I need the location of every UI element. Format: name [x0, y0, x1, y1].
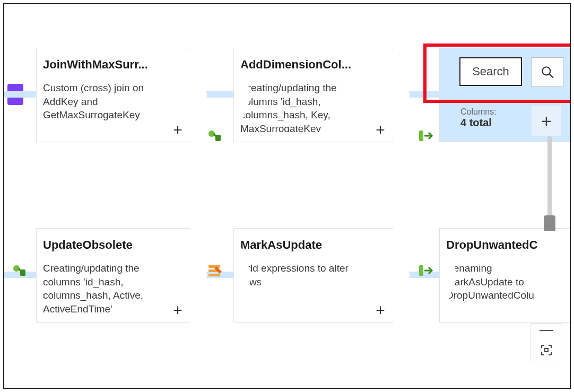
search-button[interactable]	[532, 57, 563, 87]
svg-rect-10	[419, 265, 423, 276]
node-title: MarkAsUpdate	[240, 238, 369, 252]
columns-count: 4 total	[460, 117, 497, 129]
flow-row-2: UpdateObsolete Creating/updating the col…	[4, 228, 570, 323]
select-icon	[417, 262, 436, 281]
svg-rect-11	[545, 349, 548, 352]
node-description: Creating/updating the columns 'id_hash, …	[43, 262, 166, 312]
svg-line-4	[549, 74, 553, 78]
columns-summary: Columns: 4 total	[460, 107, 497, 129]
derived-column-icon	[12, 262, 31, 281]
node-description: Add expressions to alter rows	[240, 262, 369, 289]
node-title: DropUnwantedC	[446, 238, 553, 252]
node-description: Creating/updating the columns 'id_hash, …	[240, 81, 369, 132]
node-description: Custom (cross) join on AddKey and GetMax…	[43, 81, 166, 122]
node-mark-as-update[interactable]: MarkAsUpdate Add expressions to alter ro…	[233, 228, 393, 323]
select-icon	[417, 127, 436, 146]
add-transformation-button[interactable]: +	[170, 123, 185, 137]
svg-rect-9	[208, 274, 220, 276]
add-column-button[interactable]: +	[532, 106, 561, 136]
add-transformation-button[interactable]: +	[373, 303, 388, 318]
search-input[interactable]: Search	[459, 57, 522, 86]
add-transformation-button[interactable]: +	[373, 123, 388, 137]
node-drop-unwanted[interactable]: DropUnwantedC Renaming MarkAsUpdate to D…	[439, 228, 571, 323]
node-title: JoinWithMaxSurr...	[43, 58, 166, 72]
zoom-out-icon[interactable]	[540, 330, 553, 331]
add-transformation-button[interactable]: +	[170, 303, 185, 318]
svg-point-3	[542, 67, 550, 75]
svg-rect-2	[419, 130, 423, 141]
node-update-obsolete[interactable]: UpdateObsolete Creating/updating the col…	[36, 228, 190, 323]
zoom-fit-icon[interactable]	[540, 344, 553, 356]
search-icon	[541, 65, 554, 79]
node-title: UpdateObsolete	[43, 238, 166, 252]
node-add-dimension-col[interactable]: AddDimensionCol... Creating/updating the…	[233, 48, 393, 142]
svg-rect-7	[208, 265, 220, 268]
vertical-scrollbar-thumb[interactable]	[544, 215, 555, 231]
data-flow-canvas[interactable]: JoinWithMaxSurr... Custom (cross) join o…	[3, 3, 571, 389]
search-placeholder: Search	[472, 65, 509, 79]
zoom-panel	[530, 323, 562, 361]
node-description: Renaming MarkAsUpdate to DropUnwantedCol…	[446, 262, 553, 302]
alter-row-icon	[207, 262, 226, 281]
node-join-with-max-surr[interactable]: JoinWithMaxSurr... Custom (cross) join o…	[36, 48, 190, 142]
node-title: AddDimensionCol...	[240, 58, 369, 72]
columns-label: Columns:	[460, 107, 497, 117]
derived-column-icon	[207, 127, 226, 146]
